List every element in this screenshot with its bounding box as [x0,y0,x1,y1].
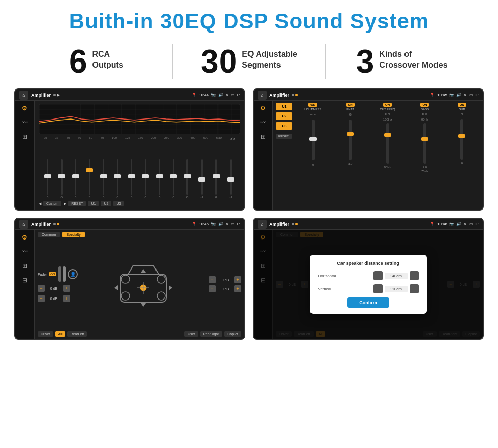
eq-track-4[interactable] [103,159,104,195]
eq-track-13[interactable] [230,159,232,195]
back-icon-3[interactable]: ↩ [237,222,240,226]
sb2-wave-icon[interactable]: 〰 [260,119,266,126]
fader-bar-1[interactable] [58,266,61,282]
eq-u1-btn[interactable]: U1 [88,201,99,206]
rearright-btn[interactable]: RearRight [200,331,223,337]
eq-track-6[interactable] [131,159,132,195]
minus-btn-tr1[interactable]: − [209,276,216,283]
eq-track-7[interactable] [145,159,146,195]
preset-u1[interactable]: U1 [276,103,292,110]
eq-slider-6[interactable]: 0 [131,159,132,199]
tab-specialty[interactable]: Specialty [62,232,84,237]
vertical-minus-btn[interactable]: − [374,284,383,293]
copilot-btn[interactable]: Copilot [224,331,241,337]
sb2-vol-icon[interactable]: ⊞ [261,133,266,140]
freq-80: 80 [101,136,104,142]
eq-slider-2[interactable]: 0 [75,159,76,199]
eq-track-0[interactable] [47,159,48,195]
eq-next-btn[interactable]: ▶ [64,202,66,206]
sidebar-wave-icon[interactable]: 〰 [22,119,28,126]
fader-on-badge[interactable]: ON [49,272,56,276]
bass-slider[interactable] [423,123,426,164]
cutfreq-slider[interactable] [386,123,389,164]
tab-common[interactable]: Common [38,232,60,237]
amp-reset[interactable]: RESET [276,134,292,139]
status-bar-right-4: 📍 10:46 📷 🔊 ✕ ▭ ↩ [430,222,479,226]
sb3-eq-icon[interactable]: ⚙ [22,234,27,241]
user-btn[interactable]: User [184,331,198,337]
eq-reset-btn[interactable]: RESET [68,201,86,206]
eq-track-5[interactable] [117,159,118,195]
back-icon-2[interactable]: ↩ [475,93,479,97]
all-btn[interactable]: All [55,331,66,337]
eq-slider-7[interactable]: 0 [145,159,146,199]
eq-slider-3[interactable]: 5 [89,159,90,199]
screen-amp: ⌂ Amplifier 📍 10:45 📷 🔊 ✕ ▭ ↩ ⚙ 〰 [253,88,484,211]
eq-slider-10[interactable]: 0 [186,159,188,199]
phat-on[interactable]: ON [346,103,355,107]
eq-slider-12[interactable]: 0 [215,159,217,199]
eq-u3-btn[interactable]: U3 [113,201,124,206]
preset-u3[interactable]: U3 [276,122,292,130]
eq-track-3[interactable] [89,159,90,195]
eq-slider-1[interactable]: 0 [61,159,63,199]
rearleft-btn[interactable]: RearLeft [67,331,87,337]
user-icon-3[interactable]: 👤 [68,269,78,279]
plus-btn-tl2[interactable]: + [63,295,70,302]
minus-btn-tl1[interactable]: − [38,285,45,292]
home-icon-4[interactable]: ⌂ [258,220,267,229]
status-bar-left-3: ⌂ Amplifier [19,220,189,229]
sb3-vol-icon[interactable]: ⊞ [22,262,27,270]
sb2-eq-icon[interactable]: ⚙ [260,105,266,112]
home-icon-3[interactable]: ⌂ [19,220,28,229]
eq-slider-0[interactable]: 0 [47,159,48,199]
plus-btn-tr1[interactable]: + [234,276,241,283]
eq-slider-8[interactable]: 0 [159,159,160,199]
eq-track-11[interactable] [201,159,203,195]
sub-slider[interactable] [460,119,463,160]
home-icon[interactable]: ⌂ [19,91,28,100]
eq-slider-4[interactable]: 0 [103,159,104,199]
eq-slider-9[interactable]: 0 [173,159,174,199]
eq-slider-13[interactable]: -1 [230,159,232,199]
plus-btn-tr2[interactable]: + [234,285,241,292]
driver-btn[interactable]: Driver [38,331,53,337]
eq-custom-btn[interactable]: Custom [43,201,61,206]
back-icon-4[interactable]: ↩ [475,222,479,226]
eq-u2-btn[interactable]: U2 [101,201,111,206]
loudness-on[interactable]: ON [308,103,317,107]
eq-track-9[interactable] [173,159,174,195]
phat-slider[interactable] [349,120,352,160]
bass-on[interactable]: ON [420,103,429,107]
eq-slider-11[interactable]: -1 [201,159,203,199]
eq-track-8[interactable] [159,159,160,195]
status-bar-1: ⌂ Amplifier ▶ 📍 10:44 📷 🔊 ✕ ▭ ↩ [15,89,244,101]
cutfreq-on[interactable]: ON [383,103,392,107]
eq-track-1[interactable] [61,159,63,195]
back-icon-1[interactable]: ↩ [237,93,240,97]
home-icon-2[interactable]: ⌂ [258,91,267,100]
horizontal-minus-btn[interactable]: − [374,271,383,280]
sidebar-vol-icon[interactable]: ⊞ [22,133,27,140]
plus-btn-tl1[interactable]: + [63,285,70,292]
confirm-button[interactable]: Confirm [347,297,389,308]
eq-track-2[interactable] [75,159,76,195]
sb3-wave-icon[interactable]: 〰 [22,248,28,255]
vertical-plus-btn[interactable]: + [410,284,419,293]
eq-prev-btn[interactable]: ◀ [39,202,41,206]
minus-btn-tl2[interactable]: − [38,295,45,302]
eq-slider-5[interactable]: 0 [117,159,118,199]
loudness-slider[interactable] [312,120,315,160]
sb3-extra-icon[interactable]: ⊟ [22,277,27,284]
horizontal-value: 140cm [385,273,408,279]
minus-btn-tr2[interactable]: − [209,285,216,292]
sub-on[interactable]: ON [458,103,466,107]
fader-bar-2[interactable] [63,266,66,282]
status-bar-2: ⌂ Amplifier 📍 10:45 📷 🔊 ✕ ▭ ↩ [254,89,483,101]
horizontal-plus-btn[interactable]: + [410,271,419,280]
eq-track-10[interactable] [186,159,188,195]
sidebar-eq-icon[interactable]: ⚙ [22,105,27,112]
eq-track-12[interactable] [215,159,217,195]
preset-u2[interactable]: U2 [276,112,292,120]
freq-63: 63 [89,136,92,142]
